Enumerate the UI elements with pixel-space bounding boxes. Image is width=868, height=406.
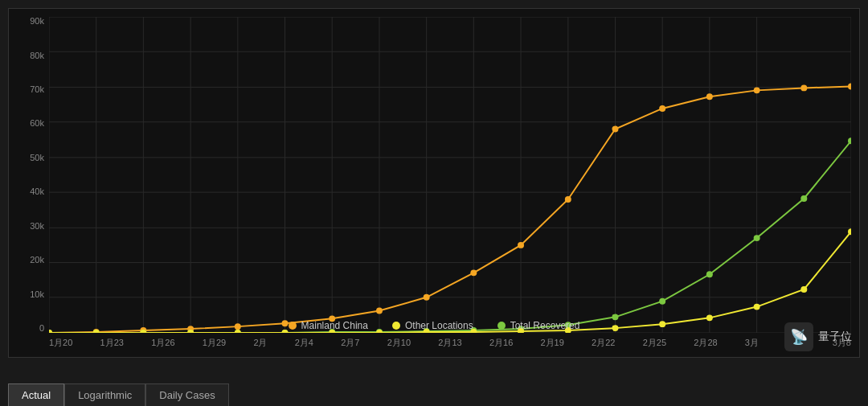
y-label-60k: 60k	[9, 119, 49, 128]
x-label: 2月25	[643, 337, 666, 349]
x-label: 1月29	[203, 337, 226, 349]
x-label: 1月26	[151, 337, 174, 349]
watermark-logo: 📡	[784, 322, 813, 351]
mainland-dot	[470, 269, 477, 276]
chart-container: 0 10k 20k 30k 40k 50k 60k 70k 80k 90k 1月…	[8, 8, 860, 358]
tab-logarithmic[interactable]: Logarithmic	[64, 383, 145, 406]
x-label: 2月10	[387, 337, 411, 349]
chart-svg	[49, 17, 851, 333]
x-label: 2月28	[694, 337, 717, 349]
legend-dot-other	[392, 322, 400, 330]
watermark: 📡 量子位	[784, 322, 852, 351]
mainland-dot	[659, 105, 665, 112]
y-label-10k: 10k	[9, 290, 49, 299]
other-locations-line	[49, 232, 851, 333]
mainland-dot	[424, 294, 430, 301]
y-label-80k: 80k	[9, 51, 49, 60]
x-label: 2月13	[438, 337, 461, 349]
tab-actual[interactable]: Actual	[8, 383, 64, 406]
mainland-dot	[612, 126, 618, 133]
mainland-dot	[848, 84, 851, 90]
x-label: 2月16	[489, 337, 513, 349]
legend-recovered: Total Recovered	[497, 320, 580, 331]
other-dot	[754, 304, 760, 310]
x-label: 1月23	[100, 337, 124, 349]
chart-legend: Mainland China Other Locations Total Rec…	[9, 320, 859, 331]
recovered-dot	[754, 235, 760, 241]
legend-label-recovered: Total Recovered	[510, 320, 580, 331]
recovered-dot	[659, 298, 665, 305]
other-dot	[800, 286, 807, 293]
watermark-text: 量子位	[818, 330, 852, 344]
chart-tabs: Actual Logarithmic Daily Cases	[8, 383, 229, 406]
y-label-20k: 20k	[9, 256, 49, 265]
watermark-icon: 📡	[790, 328, 808, 346]
y-label-70k: 70k	[9, 85, 49, 94]
y-label-90k: 90k	[9, 17, 49, 26]
mainland-dot	[518, 242, 524, 248]
mainland-china-line	[49, 86, 851, 333]
tab-daily-cases[interactable]: Daily Cases	[145, 383, 228, 406]
mainland-dot	[754, 87, 760, 93]
legend-dot-recovered	[497, 322, 506, 330]
x-label: 2月22	[592, 337, 615, 349]
mainland-dot	[376, 308, 383, 314]
mainland-dot	[706, 93, 713, 100]
y-label-50k: 50k	[9, 154, 49, 162]
legend-dot-mainland	[289, 322, 297, 330]
legend-mainland: Mainland China	[289, 320, 368, 331]
total-recovered-line	[49, 141, 851, 333]
recovered-dot	[706, 271, 713, 277]
x-label: 2月19	[540, 337, 563, 349]
mainland-dot	[800, 84, 807, 91]
y-label-30k: 30k	[9, 222, 49, 231]
x-label: 2月7	[341, 337, 359, 349]
recovered-dot	[800, 195, 807, 202]
x-axis: 1月20 1月23 1月26 1月29 2月 2月4 2月7 2月10 2月13…	[49, 333, 851, 357]
chart-svg-area	[49, 17, 851, 333]
x-label: 2月	[253, 337, 267, 349]
legend-label-other: Other Locations	[405, 320, 473, 331]
y-axis: 0 10k 20k 30k 40k 50k 60k 70k 80k 90k	[9, 17, 49, 333]
mainland-dot	[565, 196, 571, 203]
x-label: 1月20	[49, 337, 72, 349]
x-label: 2月4	[295, 337, 313, 349]
legend-label-mainland: Mainland China	[301, 320, 368, 331]
legend-other: Other Locations	[392, 320, 473, 331]
x-label: 3月	[745, 337, 759, 349]
y-label-40k: 40k	[9, 187, 49, 196]
